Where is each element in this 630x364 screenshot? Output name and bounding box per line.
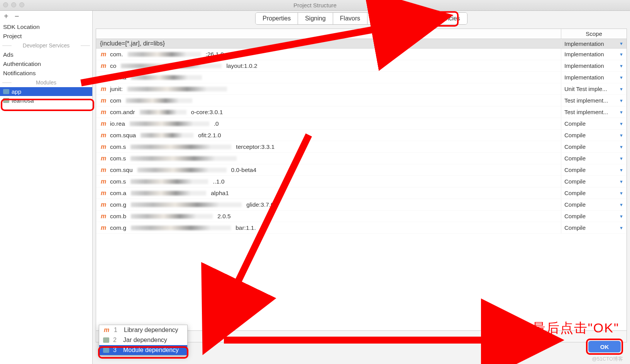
scope-dropdown[interactable]: Compile▼ xyxy=(561,222,627,233)
table-row[interactable]: mcom.andro-core:3.0.1Test implement...▼ xyxy=(96,106,627,118)
scope-dropdown[interactable]: Compile▼ xyxy=(561,176,627,187)
scope-dropdown[interactable]: Unit Test imple...▼ xyxy=(561,83,627,94)
dep-prefix: com.a xyxy=(110,190,126,197)
table-row[interactable]: mcolayout:1.0.2Implementation▼ xyxy=(96,60,627,72)
chevron-down-icon: ▼ xyxy=(619,214,623,219)
table-row[interactable]: mio.rea.0Compile▼ xyxy=(96,118,627,130)
dep-prefix: com.g xyxy=(110,201,126,208)
dep-suffix: bar:1.1. xyxy=(235,224,256,231)
tab-signing[interactable]: Signing xyxy=(298,13,333,24)
scope-dropdown[interactable]: Compile▼ xyxy=(561,164,627,175)
popup-item-number: 3 xyxy=(113,347,119,354)
add-icon[interactable]: + xyxy=(4,12,8,21)
table-row[interactable]: {include=[*.jar], dir=libs} Implementati… xyxy=(96,39,627,49)
blurred-content xyxy=(130,179,208,184)
dependencies-table: Scope {include=[*.jar], dir=libs} Implem… xyxy=(96,29,627,342)
table-row[interactable]: mjunit:Unit Test imple...▼ xyxy=(96,83,627,95)
table-row[interactable]: mcomTest implement...▼ xyxy=(96,95,627,106)
sidebar-item-sdk[interactable]: SDK Location xyxy=(0,22,92,32)
scope-dropdown[interactable]: Test implement...▼ xyxy=(561,106,627,118)
sidebar-item-auth[interactable]: Authentication xyxy=(0,59,92,69)
blurred-content xyxy=(137,168,227,172)
sidebar-item-ads[interactable]: Ads xyxy=(0,50,92,59)
table-row[interactable]: mcom.squaofit:2.1.0Compile▼ xyxy=(96,130,627,141)
popup-item-module-dependency[interactable]: 3Module dependency xyxy=(99,345,187,355)
window-controls[interactable] xyxy=(3,2,24,7)
table-row[interactable]: mcom.sCompile▼ xyxy=(96,153,627,164)
blurred-content xyxy=(127,87,227,91)
module-label: app xyxy=(12,88,21,95)
table-row[interactable]: mcom.gglide:3.7.0Compile▼ xyxy=(96,199,627,211)
scope-dropdown[interactable]: Implementation▼ xyxy=(561,72,627,83)
maven-icon: m xyxy=(100,201,107,208)
table-row[interactable]: mcom.sterceptor:3.3.1Compile▼ xyxy=(96,141,627,153)
maven-icon: m xyxy=(100,120,107,127)
scope-dropdown[interactable]: Compile▼ xyxy=(561,187,627,199)
dep-prefix: io.rea xyxy=(110,120,125,127)
dep-suffix: layout:1.0.2 xyxy=(226,62,257,69)
remove-icon[interactable]: − xyxy=(15,12,19,21)
table-row[interactable]: mcom.squ0.0-beta4Compile▼ xyxy=(96,164,627,176)
table-row[interactable]: mcom.s..1.0Compile▼ xyxy=(96,176,627,187)
sidebar-item-notifications[interactable]: Notifications xyxy=(0,69,92,78)
table-row[interactable]: mcom.gbar:1.1.Compile▼ xyxy=(96,222,627,234)
scope-dropdown[interactable]: Implementation▼ xyxy=(561,49,627,60)
ok-button[interactable]: OK xyxy=(588,341,621,352)
popup-item-jar-dependency[interactable]: 2Jar dependency xyxy=(99,335,187,345)
scope-dropdown[interactable]: Compile▼ xyxy=(561,118,627,129)
scope-dropdown[interactable]: Implementation▼ xyxy=(561,39,627,48)
dep-suffix: .0 xyxy=(214,120,219,127)
dep-suffix: 0.0-beta4 xyxy=(231,167,257,174)
chevron-down-icon: ▼ xyxy=(619,168,623,172)
content-area: PropertiesSigningFlavorsBuild TypesDepen… xyxy=(93,11,630,364)
dep-prefix: com.b xyxy=(110,213,126,220)
blurred-content xyxy=(128,52,201,57)
tab-properties[interactable]: Properties xyxy=(256,13,298,24)
table-row[interactable]: mcom.aImplementation▼ xyxy=(96,72,627,83)
titlebar: Project Structure xyxy=(0,0,630,11)
blurred-content xyxy=(131,226,231,230)
section-modules: Modules xyxy=(0,79,92,86)
dep-suffix: terceptor:3.3.1 xyxy=(236,143,274,150)
table-row[interactable]: mcom.b2.0.5Compile▼ xyxy=(96,211,627,222)
scope-dropdown[interactable]: Compile▼ xyxy=(561,130,627,141)
tabstrip: PropertiesSigningFlavorsBuild TypesDepen… xyxy=(93,11,630,26)
popup-item-label: Module dependency xyxy=(123,347,179,354)
scope-dropdown[interactable]: Implementation▼ xyxy=(561,60,627,71)
tab-dependencies[interactable]: Dependencies xyxy=(413,13,467,24)
blurred-content xyxy=(130,156,237,161)
dep-suffix: ..1.0 xyxy=(213,178,224,185)
scope-dropdown[interactable]: Compile▼ xyxy=(561,153,627,164)
dep-prefix: junit: xyxy=(110,86,123,93)
maven-icon: m xyxy=(100,167,107,174)
module-item-app[interactable]: app xyxy=(0,87,92,96)
add-dependency-popup: m1Library dependency2Jar dependency3Modu… xyxy=(99,325,188,356)
maven-icon: m xyxy=(100,62,107,69)
chevron-down-icon: ▼ xyxy=(619,202,623,207)
blurred-content xyxy=(140,110,186,115)
dep-prefix: com.squa xyxy=(110,132,136,139)
window-title: Project Structure xyxy=(0,0,630,11)
dep-prefix: com.g xyxy=(110,224,126,231)
table-row[interactable]: mcom.aalpha1Compile▼ xyxy=(96,187,627,199)
tab-build-types[interactable]: Build Types xyxy=(368,13,413,24)
module-item-teamosa[interactable]: teamosa xyxy=(0,96,92,105)
popup-item-library-dependency[interactable]: m1Library dependency xyxy=(99,325,187,335)
dep-prefix: com.s xyxy=(110,143,126,150)
scope-dropdown[interactable]: Compile▼ xyxy=(561,211,627,222)
dep-prefix: com. xyxy=(110,51,123,58)
scope-dropdown[interactable]: Compile▼ xyxy=(561,141,627,152)
dep-prefix: com.a xyxy=(110,74,126,81)
scope-header: Scope xyxy=(561,29,627,39)
scope-dropdown[interactable]: Compile▼ xyxy=(561,199,627,210)
folder-icon xyxy=(3,98,9,103)
jar-icon xyxy=(103,337,109,343)
maven-icon: m xyxy=(100,109,107,116)
scope-dropdown[interactable]: Test implement...▼ xyxy=(561,95,627,106)
maven-icon: m xyxy=(100,97,107,104)
table-row[interactable]: mcom.:26.1.0Implementation▼ xyxy=(96,49,627,60)
tab-flavors[interactable]: Flavors xyxy=(333,13,368,24)
sidebar-item-project[interactable]: Project xyxy=(0,32,92,41)
dep-suffix: :26.1.0 xyxy=(206,51,224,58)
maven-icon: m xyxy=(100,213,107,220)
